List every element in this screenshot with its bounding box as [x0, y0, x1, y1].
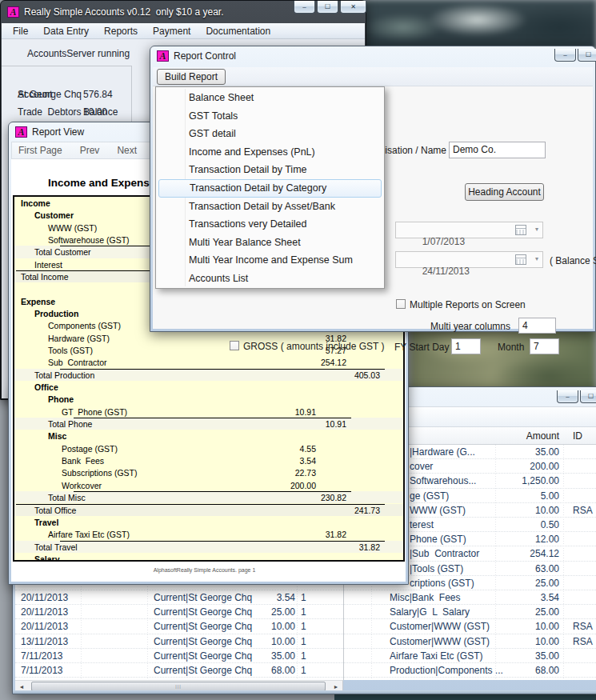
- toolbar-item-next[interactable]: Next: [117, 145, 137, 156]
- transaction-amount: 0.50: [495, 518, 559, 532]
- report-row-label: Interest: [34, 259, 62, 271]
- menu-item-reports[interactable]: Reports: [104, 26, 138, 37]
- transaction-category: Salary|G L Salary: [390, 605, 470, 619]
- menu-item-file[interactable]: File: [13, 26, 28, 37]
- start-date-field[interactable]: 1/07/2013 ▾: [395, 222, 543, 238]
- report-row-value: 4.55: [252, 443, 316, 455]
- calendar-icon[interactable]: [515, 225, 526, 235]
- menu-item-payment[interactable]: Payment: [153, 26, 190, 37]
- report-row-value: 10.91: [282, 418, 346, 430]
- menu-item-gst-totals[interactable]: GST Totals: [158, 107, 382, 126]
- report-view-title: Report View: [32, 126, 84, 138]
- menu-item-multi-year-income-and-expense-sum[interactable]: Multi Year Income and Expense Sum: [158, 251, 382, 270]
- report-row: Misc: [14, 430, 403, 442]
- report-row-value: 254.12: [282, 357, 346, 369]
- report-row-label: Softwarehouse (GST): [48, 234, 130, 246]
- table-row[interactable]: 13/11/2013Current|St George Chq10.001Cus…: [15, 634, 596, 649]
- maximize-icon[interactable]: ☐: [580, 390, 596, 403]
- report-row-label: Postage (GST): [62, 443, 118, 455]
- report-row-label: GT Phone (GST): [62, 406, 127, 418]
- transaction-category: cover: [410, 459, 433, 474]
- report-control-titlebar[interactable]: A Report Control: [150, 46, 595, 66]
- calendar-icon[interactable]: [515, 254, 526, 265]
- transaction-amount: 25.00: [495, 605, 559, 619]
- menu-item-accounts-list[interactable]: Accounts List: [158, 270, 382, 288]
- menu-item-transaction-detail-by-time[interactable]: Transaction Detail by Time: [158, 161, 382, 179]
- transaction-id: RSA: [573, 634, 593, 649]
- transaction-qty: 1: [301, 605, 306, 619]
- month-input[interactable]: 7: [530, 338, 559, 354]
- toolbar-item-prev[interactable]: Prev: [80, 145, 100, 156]
- menu-item-multi-year-balance-sheet[interactable]: Multi Year Balance Sheet: [158, 234, 382, 252]
- table-row[interactable]: 7/11/2013Current|St George Chq68.001Prod…: [15, 663, 596, 678]
- menu-item-data-entry[interactable]: Data Entry: [43, 26, 89, 37]
- minimize-icon[interactable]: –: [554, 49, 576, 62]
- menu-item-transaction-detail-by-asset-bank[interactable]: Transaction Detail by Asset/Bank: [158, 198, 382, 216]
- end-date-field[interactable]: 24/11/2013 ▾: [395, 251, 543, 268]
- account-name: Trade Debtors: [18, 103, 82, 121]
- report-row-label: Misc: [48, 430, 66, 442]
- menu-item-income-and-expenses-pnl-[interactable]: Income and Expenses (PnL): [158, 143, 382, 162]
- gross-checkbox[interactable]: [230, 341, 239, 350]
- report-row-label: Total Phone: [48, 418, 92, 430]
- chevron-down-icon[interactable]: ▾: [535, 255, 538, 262]
- menu-item-transaction-detail-by-category[interactable]: Transaction Detail by Category: [158, 179, 382, 198]
- menu-item-gst-detail[interactable]: GST detail: [158, 125, 382, 143]
- report-row-label: Customer: [34, 210, 74, 222]
- transaction-amount: 68.00: [495, 663, 559, 678]
- report-row-label: Expense: [21, 296, 55, 308]
- table-row[interactable]: 7/11/2013Current|St George Chq35.001Airf…: [15, 649, 596, 663]
- report-row-label: Airfare Taxi Etc (GST): [48, 529, 130, 541]
- transaction-amount: 10.00: [495, 634, 559, 649]
- report-row: Postage (GST)4.55: [14, 442, 403, 454]
- close-icon[interactable]: ✕: [340, 1, 366, 14]
- multiple-reports-label: Multiple Reports on Screen: [410, 299, 526, 310]
- minimize-icon[interactable]: –: [557, 390, 578, 403]
- column-separator: [495, 445, 496, 680]
- maximize-icon[interactable]: ☐: [578, 49, 596, 62]
- minimize-icon[interactable]: –: [294, 1, 315, 14]
- report-title: Income and Expense: [48, 177, 155, 189]
- toolbar-item-first-page[interactable]: First Page: [18, 145, 62, 156]
- menu-item-documentation[interactable]: Documentation: [206, 26, 270, 37]
- transaction-date: 7/11/2013: [21, 663, 63, 678]
- fy-start-day-input[interactable]: 1: [451, 338, 481, 354]
- report-control-window: A Report Control – ☐ ✕ Build Report Orga…: [150, 46, 596, 332]
- menu-item-balance-sheet[interactable]: Balance Sheet: [158, 89, 382, 107]
- multi-year-columns-input[interactable]: 4: [518, 318, 556, 334]
- report-row-value: 230.82: [282, 492, 346, 504]
- report-row-value: 241.73: [316, 505, 380, 517]
- report-row: Bank Fees3.54: [14, 454, 403, 466]
- transaction-qty: 1: [301, 590, 306, 605]
- transaction-amount: 200.00: [495, 459, 559, 474]
- account-balance-list: Account Balance St George Chq576.84Trade…: [2, 68, 130, 121]
- transaction-category: WWW (GST): [410, 503, 466, 518]
- account-list-header: Account Balance: [2, 68, 130, 86]
- multiple-reports-checkbox[interactable]: [396, 299, 406, 309]
- window-bottom-edge: [13, 690, 596, 694]
- transaction-category: Softwarehous...: [410, 474, 476, 488]
- report-row-label: WWW (GST): [48, 222, 97, 234]
- total-rule-line: [74, 418, 351, 418]
- multi-year-columns-label: Multi year columns: [414, 321, 510, 332]
- table-row[interactable]: 20/11/2013Current|St George Chq3.541Misc…: [15, 590, 596, 605]
- report-row-label: Workcover: [62, 480, 102, 492]
- table-row[interactable]: 20/11/2013Current|St George Chq25.001Sal…: [15, 605, 596, 619]
- report-row-label: Sub Contractor: [48, 357, 107, 369]
- column-separator: [563, 445, 564, 680]
- account-row: St George Chq576.84: [2, 86, 130, 103]
- main-menubar: FileData EntryReportsPaymentDocumentatio…: [2, 23, 365, 39]
- menu-item-transactions-very-detailed[interactable]: Transactions very Detailed: [158, 215, 382, 234]
- heading-account-button[interactable]: Heading Account: [465, 183, 544, 201]
- transaction-amount: 25.00: [495, 576, 559, 590]
- build-report-button[interactable]: Build Report: [157, 69, 226, 85]
- chevron-down-icon[interactable]: ▾: [535, 226, 538, 233]
- report-row: Phone: [14, 393, 403, 405]
- report-row: Subscriptions (GST)22.73: [14, 466, 403, 478]
- build-report-menu: Balance SheetGST TotalsGST detailIncome …: [155, 86, 385, 289]
- end-date-value: 24/11/2013: [422, 266, 470, 277]
- organisation-name-input[interactable]: Demo Co.: [449, 142, 546, 158]
- table-row[interactable]: 20/11/2013Current|St George Chq10.001Cus…: [15, 619, 596, 634]
- maximize-icon[interactable]: ☐: [317, 1, 338, 14]
- month-label: Month: [498, 342, 524, 353]
